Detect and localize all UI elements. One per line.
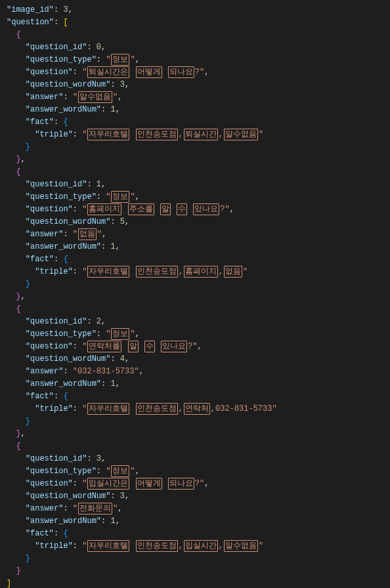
code-line: "question_id": 2, (7, 316, 383, 328)
code-line: { (7, 440, 383, 453)
code-line: "question_id": 1, (7, 178, 383, 191)
code-line: "question_id": 0, (7, 41, 383, 54)
code-line: "answer_wordNum": 1, (7, 515, 383, 528)
code-line: "question_id": 3, (7, 453, 383, 465)
code-line: "question_wordNum": 3, (7, 490, 383, 503)
code-line: { (7, 29, 383, 41)
code-line: "fact": { (7, 390, 383, 403)
code-line: "question": "홈페이지 주소를 알 수 있나요?", (7, 203, 383, 216)
code-line: "fact": { (7, 116, 383, 129)
code-line: "answer_wordNum": 1, (7, 378, 383, 390)
code-line: } (7, 141, 383, 154)
code-line: "question": "퇴실시간은 어떻게 되나요?", (7, 66, 383, 79)
code-line: "answer": "없음", (7, 228, 383, 241)
code-line: { (7, 166, 383, 178)
code-line: }, (7, 291, 383, 303)
code-line: "image_id": 3, (7, 4, 383, 16)
code-line: "question_wordNum": 4, (7, 353, 383, 366)
code-line: "question_wordNum": 5, (7, 216, 383, 228)
code-line: "triple": "자우리호텔 인천송도점,홈페이지,없음" (7, 266, 383, 278)
code-line: }, (7, 428, 383, 440)
code-line: }, (7, 154, 383, 166)
code-line: "fact": { (7, 528, 383, 540)
code-line: ] (7, 578, 383, 588)
code-line: } (7, 553, 383, 565)
code-line: } (7, 278, 383, 291)
code-line: "question_type": "정보", (7, 54, 383, 66)
code-line: "question": "연락처를 알 수 있나요?", (7, 341, 383, 353)
code-line: "question_wordNum": 3, (7, 79, 383, 91)
code-line: "triple": "자우리호텔 인천송도점,퇴실시간,알수없음" (7, 129, 383, 141)
code-line: "triple": "자우리호텔 인천송도점,입실시간,알수없음" (7, 540, 383, 553)
code-line: "fact": { (7, 253, 383, 266)
code-line: { (7, 303, 383, 316)
code-line: "question_type": "정보", (7, 191, 383, 203)
code-line: "answer": "전화문의", (7, 503, 383, 515)
code-line: "question": "입실시간은 어떻게 되나요?", (7, 478, 383, 490)
code-line: "answer": "032-831-5733", (7, 366, 383, 378)
code-line: "question_type": "정보", (7, 328, 383, 341)
code-line: } (7, 565, 383, 578)
code-line: "answer_wordNum": 1, (7, 104, 383, 116)
json-code-block: "image_id": 3,"question": [ { "question_… (7, 4, 383, 588)
code-line: "answer": "알수없음", (7, 91, 383, 104)
code-line: "answer_wordNum": 1, (7, 241, 383, 253)
code-line: "question": [ (7, 16, 383, 29)
code-line: "triple": "자우리호텔 인천송도점,연락처,032-831-5733" (7, 403, 383, 415)
code-line: "question_type": "정보", (7, 465, 383, 478)
code-line: } (7, 415, 383, 428)
